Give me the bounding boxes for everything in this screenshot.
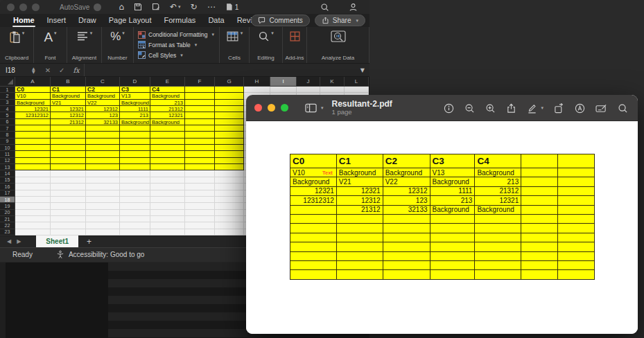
column-header-A[interactable]: A: [15, 77, 51, 87]
row-header-15[interactable]: 15: [0, 177, 15, 184]
cell-B3[interactable]: V21: [51, 100, 86, 106]
cell-G9[interactable]: [215, 139, 244, 145]
cell-K1[interactable]: [320, 87, 345, 93]
text-annotation[interactable]: Text: [322, 170, 333, 176]
cell-E19[interactable]: [150, 203, 185, 209]
row-header-11[interactable]: 11: [0, 151, 15, 157]
cell-C16[interactable]: [86, 184, 120, 190]
cell-G5[interactable]: [215, 112, 244, 118]
close-window-button[interactable]: [7, 3, 15, 11]
cell-D4[interactable]: 1111: [120, 106, 150, 112]
cell-E13[interactable]: [150, 164, 185, 170]
cell-B9[interactable]: [51, 139, 86, 145]
select-all-corner[interactable]: [0, 77, 15, 87]
column-header-L[interactable]: L: [345, 77, 369, 87]
column-header-H[interactable]: H: [244, 77, 270, 87]
cell-D18[interactable]: [120, 197, 150, 203]
cell-D8[interactable]: [120, 132, 150, 138]
cell-E22[interactable]: [150, 222, 185, 229]
zoom-in-icon[interactable]: [485, 103, 496, 114]
cell-E14[interactable]: [150, 170, 185, 177]
cell-E12[interactable]: [150, 158, 185, 164]
cell-G18[interactable]: [215, 197, 244, 203]
zoom-window-button[interactable]: [281, 104, 288, 112]
addins-group[interactable]: Add-ins: [283, 27, 307, 63]
cell-A14[interactable]: [15, 170, 51, 177]
cell-B22[interactable]: [51, 222, 86, 229]
clipboard-group[interactable]: ▾ Clipboard: [0, 27, 34, 63]
more-commands-icon[interactable]: ⋯: [207, 2, 216, 12]
cell-C11[interactable]: [86, 151, 120, 157]
search-icon[interactable]: [618, 103, 628, 114]
number-group[interactable]: %▾ Number: [102, 27, 134, 63]
cell-D1[interactable]: C3: [120, 87, 150, 93]
cell-E3[interactable]: 213: [150, 100, 185, 106]
cell-A23[interactable]: [15, 229, 51, 235]
cell-A9[interactable]: [15, 139, 51, 145]
cell-C10[interactable]: [86, 145, 120, 151]
row-header-19[interactable]: 19: [0, 203, 15, 209]
cell-D12[interactable]: [120, 158, 150, 164]
cell-A20[interactable]: [15, 210, 51, 216]
cell-E21[interactable]: [150, 216, 185, 222]
cell-styles-button[interactable]: Cell Styles▾: [138, 51, 183, 59]
formula-bar-expand-icon[interactable]: ▼: [360, 67, 365, 73]
cell-B19[interactable]: [51, 203, 86, 209]
cell-B15[interactable]: [51, 177, 86, 184]
column-header-G[interactable]: G: [215, 77, 244, 87]
cell-C18[interactable]: [86, 197, 120, 203]
cell-F5[interactable]: [185, 112, 215, 118]
cell-E2[interactable]: Background: [150, 93, 185, 99]
cell-B11[interactable]: [51, 151, 86, 157]
row-header-18[interactable]: 18: [0, 197, 15, 203]
cell-D9[interactable]: [120, 139, 150, 145]
cell-G23[interactable]: [215, 229, 244, 235]
row-header-20[interactable]: 20: [0, 210, 15, 216]
cell-D19[interactable]: [120, 203, 150, 209]
row-header-12[interactable]: 12: [0, 158, 15, 164]
cell-A4[interactable]: 12321: [15, 106, 51, 112]
cell-A16[interactable]: [15, 184, 51, 190]
cell-F23[interactable]: [185, 229, 215, 235]
zoom-out-icon[interactable]: [464, 103, 475, 114]
cell-F10[interactable]: [185, 145, 215, 151]
cell-G11[interactable]: [215, 151, 244, 157]
cell-G14[interactable]: [215, 170, 244, 177]
cell-D10[interactable]: [120, 145, 150, 151]
cell-J1[interactable]: [297, 87, 320, 93]
minimize-window-button[interactable]: [19, 3, 27, 11]
zoom-window-button[interactable]: [32, 3, 40, 11]
name-box-stepper[interactable]: ▲▼: [32, 66, 35, 73]
tab-insert[interactable]: Insert: [41, 15, 73, 27]
cell-G21[interactable]: [215, 216, 244, 222]
cell-G12[interactable]: [215, 158, 244, 164]
close-window-button[interactable]: [254, 104, 262, 112]
cell-C2[interactable]: Background: [86, 93, 120, 99]
cancel-entry-icon[interactable]: ✕: [45, 66, 51, 74]
cell-G3[interactable]: [215, 100, 244, 106]
cell-A1[interactable]: C0: [15, 87, 51, 93]
cell-E11[interactable]: [150, 151, 185, 157]
cell-C12[interactable]: [86, 158, 120, 164]
cell-E16[interactable]: [150, 184, 185, 190]
row-header-13[interactable]: 13: [0, 164, 15, 170]
autosave-toggle[interactable]: [94, 3, 101, 11]
cell-C15[interactable]: [86, 177, 120, 184]
cell-G6[interactable]: [215, 119, 244, 125]
cell-D2[interactable]: V13: [120, 93, 150, 99]
cell-B12[interactable]: [51, 158, 86, 164]
cell-A11[interactable]: [15, 151, 51, 157]
column-header-J[interactable]: J: [297, 77, 320, 87]
cell-A7[interactable]: [15, 125, 51, 132]
cell-F13[interactable]: [185, 164, 215, 170]
analyze-data-group[interactable]: Analyze Data: [307, 27, 369, 63]
share-button[interactable]: Share ▾: [315, 15, 365, 26]
cell-F1[interactable]: [185, 87, 215, 93]
cell-E15[interactable]: [150, 177, 185, 184]
cell-F19[interactable]: [185, 203, 215, 209]
cell-E9[interactable]: [150, 139, 185, 145]
confirm-entry-icon[interactable]: ✓: [59, 66, 64, 74]
cell-D20[interactable]: [120, 210, 150, 216]
row-header-5[interactable]: 5: [0, 112, 15, 118]
search-icon[interactable]: [320, 3, 329, 12]
